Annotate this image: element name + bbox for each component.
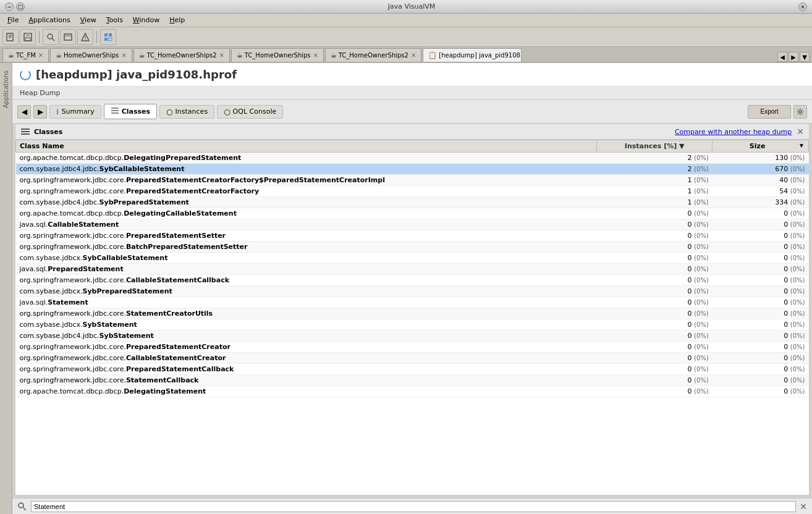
tab-heapdump[interactable]: 📋 [heapdump] java_pid9108.hprof ✕ (423, 48, 522, 62)
search-icon (17, 502, 27, 512)
col-class-name[interactable]: Class Name (16, 140, 597, 153)
tab-nav-controls[interactable]: ◀ ▶ ▼ (777, 52, 810, 62)
close-button[interactable]: × (798, 2, 807, 11)
table-row[interactable]: org.springframework.jdbc.core.PreparedSt… (16, 364, 809, 375)
table-row[interactable]: java.sql.PreparedStatement0 (0%)0 (0%) (16, 264, 809, 275)
table-row[interactable]: org.springframework.jdbc.core.PreparedSt… (16, 186, 809, 197)
classes-table-wrapper: Class Name Instances [%] ▼ Size ▼ (15, 140, 809, 495)
col-size[interactable]: Size ▼ (713, 140, 809, 153)
tab-nav-right[interactable]: ▶ (789, 52, 798, 62)
toolbar-separator-1 (39, 31, 40, 43)
menu-tools[interactable]: Tools (101, 15, 128, 25)
tab-tc-homeownerships3[interactable]: ☕ TC_HomeOwnerShips ✕ (231, 48, 324, 62)
compare-link[interactable]: Compare with another heap dump (675, 128, 792, 136)
cell-instances: 0 (0%) (597, 364, 713, 375)
toolbar-save-btn[interactable] (20, 29, 36, 45)
table-row[interactable]: org.springframework.jdbc.core.PreparedSt… (16, 230, 809, 242)
window-title: Java VisualVM (25, 2, 798, 11)
table-row[interactable]: org.springframework.jdbc.core.CallableSt… (16, 275, 809, 286)
minimize-button[interactable]: − (5, 2, 14, 11)
table-row[interactable]: org.springframework.jdbc.core.PreparedSt… (16, 342, 809, 353)
svg-point-25 (19, 503, 23, 508)
tab-tc-homeownerships2-close[interactable]: ✕ (219, 52, 224, 59)
classes-panel-close[interactable]: ✕ (797, 127, 804, 137)
table-row[interactable]: com.sybase.jdbcx.SybCallableStatement0 (… (16, 253, 809, 264)
table-row[interactable]: java.sql.Statement0 (0%)0 (0%) (16, 297, 809, 308)
restore-button[interactable]: □ (16, 2, 25, 11)
tab-tc-homeownerships2[interactable]: ☕ TC_HomeOwnerShips2 ✕ (133, 48, 230, 62)
tab-nav-dropdown[interactable]: ▼ (800, 52, 810, 62)
heap-dump-label: Heap Dump (12, 86, 812, 100)
loading-icon (20, 69, 31, 80)
table-row[interactable]: org.springframework.jdbc.core.BatchPrepa… (16, 242, 809, 253)
table-row[interactable]: org.springframework.jdbc.core.CallableSt… (16, 353, 809, 364)
classes-panel-title: Classes (34, 128, 62, 136)
title-bar: − □ Java VisualVM × (0, 0, 812, 14)
tab-tc-fm-close[interactable]: ✕ (38, 52, 43, 59)
tab-classes[interactable]: Classes (104, 104, 157, 119)
svg-rect-24 (21, 133, 30, 135)
toolbar-btn3[interactable] (43, 29, 59, 45)
toolbar-btn6[interactable] (100, 29, 116, 45)
tab-tc-homeownerships4-label: TC_HomeOwnerShips2 (339, 52, 408, 59)
menu-applications[interactable]: Applications (23, 15, 75, 25)
menu-window[interactable]: Window (128, 15, 164, 25)
table-row[interactable]: org.apache.tomcat.dbcp.dbcp.DelegatingSt… (16, 386, 809, 397)
menu-view[interactable]: View (75, 15, 101, 25)
toolbar-btn4[interactable] (60, 29, 76, 45)
table-row[interactable]: com.sybase.jdbcx.SybPreparedStatement0 (… (16, 286, 809, 297)
bottom-search-close[interactable]: ✕ (800, 502, 807, 512)
cell-instances: 0 (0%) (597, 253, 713, 264)
nav-export-btn[interactable]: Export (748, 105, 791, 119)
cell-class-name: org.springframework.jdbc.core.BatchPrepa… (16, 242, 597, 253)
table-header: Class Name Instances [%] ▼ Size ▼ (16, 140, 809, 153)
table-row[interactable]: java.sql.CallableStatement0 (0%)0 (0%) (16, 219, 809, 230)
svg-rect-0 (7, 33, 13, 41)
tab-oql[interactable]: ○ OQL Console (217, 105, 283, 119)
tab-tc-homeownerships4-close[interactable]: ✕ (411, 52, 416, 59)
nav-forward-btn[interactable]: ▶ (33, 105, 47, 119)
table-row[interactable]: com.sybase.jdbcx.SybStatement0 (0%)0 (0%… (16, 319, 809, 331)
cell-instances: 0 (0%) (597, 230, 713, 242)
nav-right-controls[interactable]: Export (748, 105, 807, 119)
cell-instances: 0 (0%) (597, 375, 713, 386)
cell-class-name: org.springframework.jdbc.core.PreparedSt… (16, 364, 597, 375)
tab-instances[interactable]: ○ Instances (159, 105, 214, 119)
menu-help[interactable]: Help (164, 15, 190, 25)
tab-summary[interactable]: ℹ Summary (49, 105, 101, 119)
bottom-search-input[interactable] (31, 501, 796, 512)
tab-tc-homeownerships4[interactable]: ☕ TC_HomeOwnerShips2 ✕ (325, 48, 421, 62)
table-row[interactable]: org.springframework.jdbc.core.StatementC… (16, 375, 809, 386)
tab-homeownerships-label: HomeOwnerShips (64, 52, 119, 59)
close-controls[interactable]: × (798, 2, 807, 11)
tab-homeownerships-close[interactable]: ✕ (121, 52, 126, 59)
table-row[interactable]: com.sybase.jdbc4.jdbc.SybPreparedStateme… (16, 197, 809, 208)
tab-homeownerships-icon: ☕ (56, 51, 62, 59)
tab-tc-fm[interactable]: ☕ TC_FM ✕ (2, 48, 49, 62)
table-row[interactable]: com.sybase.jdbc4.jdbc.SybStatement0 (0%)… (16, 331, 809, 342)
cell-instances: 0 (0%) (597, 219, 713, 230)
menu-file[interactable]: File (2, 15, 23, 25)
table-row[interactable]: org.apache.tomcat.dbcp.dbcp.DelegatingCa… (16, 208, 809, 219)
nav-back-btn[interactable]: ◀ (17, 105, 31, 119)
tab-nav-left[interactable]: ◀ (777, 52, 787, 62)
cell-size: 0 (0%) (713, 308, 809, 319)
table-row[interactable]: org.springframework.jdbc.core.StatementC… (16, 308, 809, 319)
cell-class-name: com.sybase.jdbc4.jdbc.SybPreparedStateme… (16, 197, 597, 208)
toolbar-new-btn[interactable] (2, 29, 19, 45)
toolbar-btn5[interactable] (77, 29, 93, 45)
table-row[interactable]: com.sybase.jdbc4.jdbc.SybCallableStateme… (16, 164, 809, 175)
cell-size: 0 (0%) (713, 375, 809, 386)
cell-instances: 0 (0%) (597, 297, 713, 308)
tab-tc-homeownerships3-close[interactable]: ✕ (313, 52, 318, 59)
cell-class-name: java.sql.CallableStatement (16, 219, 597, 230)
table-row[interactable]: org.springframework.jdbc.core.PreparedSt… (16, 175, 809, 186)
col-size-menu[interactable]: ▼ (798, 142, 805, 149)
col-instances[interactable]: Instances [%] ▼ (597, 140, 713, 153)
cell-instances: 0 (0%) (597, 208, 713, 219)
tab-homeownerships[interactable]: ☕ HomeOwnerShips ✕ (50, 48, 132, 62)
nav-settings-btn[interactable] (793, 105, 807, 119)
window-controls[interactable]: − □ (5, 2, 25, 11)
page-title-bar: [heapdump] java_pid9108.hprof (12, 63, 812, 86)
table-row[interactable]: org.apache.tomcat.dbcp.dbcp.DelegatingPr… (16, 153, 809, 164)
